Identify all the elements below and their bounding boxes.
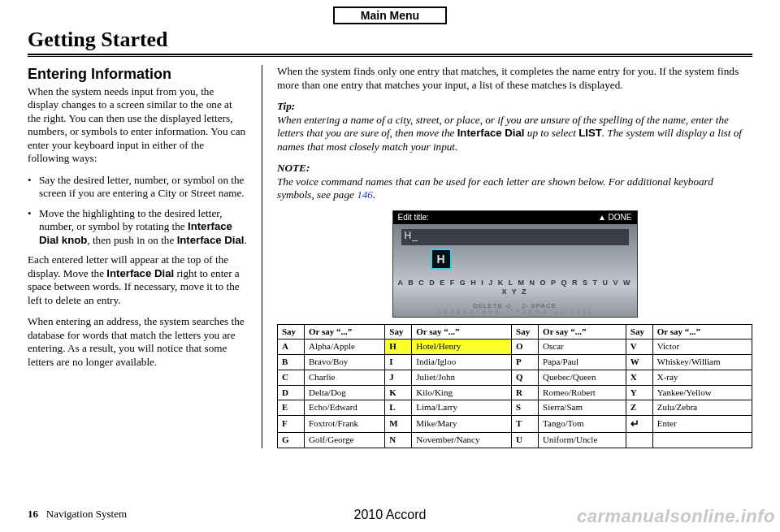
nav-screen-title: Edit title: — [398, 213, 429, 223]
nav-screen-arc: A B C D E F G H I J K L M N O P Q R S T … — [393, 279, 637, 297]
table-row: AAlpha/AppleHHotel/HenryOOscarVVictor — [278, 340, 752, 355]
note-b: . — [373, 188, 375, 201]
cell-letter: S — [512, 400, 539, 416]
th-orsay-4: Or say “...” — [652, 324, 752, 340]
cell-letter: O — [512, 340, 539, 355]
cell-word: Enter — [652, 416, 752, 433]
model-year: 2010 Accord — [354, 508, 427, 522]
bullet-2-text: Move the highlighting to the desired let… — [39, 207, 247, 248]
cell-word: Charlie — [305, 370, 385, 385]
tip-block: Tip: When entering a name of a city, str… — [277, 100, 752, 154]
cell-word: Uniform/Uncle — [539, 433, 626, 448]
bullet-1-text: Say the desired letter, number, or symbo… — [39, 174, 247, 201]
note-block: NOTE: The voice command names that can b… — [277, 162, 752, 202]
cell-letter: W — [626, 355, 652, 370]
nav-screen-numrow: 1 2 3 4 5 6 7 8 9 0 - ' ! ? # $ % & * ( … — [393, 309, 637, 316]
cell-letter: H — [385, 340, 412, 355]
cell-word: Tango/Tom — [539, 416, 626, 433]
cell-word: Sierra/Sam — [539, 400, 626, 416]
cell-word: Mike/Mary — [412, 416, 512, 433]
cell-letter: N — [385, 433, 412, 448]
table-header-row: Say Or say “...” Say Or say “...” Say Or… — [278, 324, 752, 340]
cell-letter: P — [512, 355, 539, 370]
bullet-2: • Move the highlighting to the desired l… — [28, 207, 247, 248]
note-heading: NOTE: — [277, 162, 310, 174]
cell-word: Kilo/King — [412, 385, 512, 400]
title-rule — [28, 54, 752, 57]
cell-letter — [626, 433, 652, 448]
cell-word: X-ray — [652, 370, 752, 385]
cell-letter: M — [385, 416, 412, 433]
cell-letter: E — [278, 400, 305, 416]
cell-letter: G — [278, 433, 305, 448]
cell-word: Quebec/Queen — [539, 370, 626, 385]
phonetic-table: Say Or say “...” Say Or say “...” Say Or… — [277, 324, 752, 449]
cell-word: Whiskey/William — [652, 355, 752, 370]
cell-letter: ↵ — [626, 416, 652, 433]
main-menu-button[interactable]: Main Menu — [333, 6, 447, 24]
cell-letter: U — [512, 433, 539, 448]
th-orsay-3: Or say “...” — [539, 324, 626, 340]
left-para-3: When entering an address, the system sea… — [28, 315, 247, 369]
cell-letter: B — [278, 355, 305, 370]
cell-word: India/Igloo — [412, 355, 512, 370]
cell-letter: F — [278, 416, 305, 433]
subsection-title: Entering Information — [28, 65, 247, 84]
cell-word — [652, 433, 752, 448]
cell-word: Delta/Dog — [305, 385, 385, 400]
cell-word: Lima/Larry — [412, 400, 512, 416]
watermark: carmanualsonline.info — [577, 506, 775, 527]
tip-d: LIST — [578, 127, 602, 139]
b2-d: Interface Dial — [177, 234, 245, 246]
cell-word: Oscar — [539, 340, 626, 355]
cell-letter: K — [385, 385, 412, 400]
cell-letter: T — [512, 416, 539, 433]
right-intro: When the system finds only one entry tha… — [277, 65, 752, 92]
th-say-2: Say — [385, 324, 412, 340]
table-row: FFoxtrot/FrankMMike/MaryTTango/Tom↵Enter — [278, 416, 752, 433]
bullet-dot: • — [28, 174, 39, 201]
th-orsay-1: Or say “...” — [305, 324, 385, 340]
nav-screen-input: H_ — [401, 229, 629, 245]
cell-word: Alpha/Apple — [305, 340, 385, 355]
cell-letter: X — [626, 370, 652, 385]
nav-screen-mock: Edit title: ▲ DONE H_ H A B C D E F G H … — [392, 210, 638, 318]
table-row: BBravo/BoyIIndia/IglooPPapa/PaulWWhiskey… — [278, 355, 752, 370]
section-title: Getting Started — [28, 28, 752, 52]
left-column: Entering Information When the system nee… — [28, 65, 247, 448]
table-row: GGolf/GeorgeNNovember/NancyUUniform/Uncl… — [278, 433, 752, 448]
cell-word: Romeo/Robert — [539, 385, 626, 400]
cell-letter: L — [385, 400, 412, 416]
th-orsay-2: Or say “...” — [412, 324, 512, 340]
tip-heading: Tip: — [277, 100, 295, 112]
cell-letter: Q — [512, 370, 539, 385]
cell-letter: J — [385, 370, 412, 385]
table-row: EEcho/EdwardLLima/LarrySSierra/SamZZulu/… — [278, 400, 752, 416]
cell-word: Golf/George — [305, 433, 385, 448]
right-column: When the system finds only one entry tha… — [262, 65, 752, 448]
cell-letter: R — [512, 385, 539, 400]
cell-word: Echo/Edward — [305, 400, 385, 416]
cell-word: Victor — [652, 340, 752, 355]
cell-word: Foxtrot/Frank — [305, 416, 385, 433]
page-link-146[interactable]: 146 — [357, 188, 373, 201]
cell-letter: A — [278, 340, 305, 355]
cell-word: Yankee/Yellow — [652, 385, 752, 400]
cell-letter: D — [278, 385, 305, 400]
p2-b: Interface Dial — [106, 267, 174, 279]
cell-letter: I — [385, 355, 412, 370]
cell-word: November/Nancy — [412, 433, 512, 448]
note-a: The voice command names that can be used… — [277, 175, 713, 201]
th-say-1: Say — [278, 324, 305, 340]
page-number: 16 — [28, 508, 38, 520]
cell-word: Zulu/Zebra — [652, 400, 752, 416]
th-say-4: Say — [626, 324, 652, 340]
table-row: CCharlieJJuliet/JohnQQuebec/QueenXX-ray — [278, 370, 752, 385]
left-para-2: Each entered letter will appear at the t… — [28, 253, 247, 307]
bullet-dot: • — [28, 207, 39, 248]
cell-letter: Y — [626, 385, 652, 400]
b2-e: . — [244, 234, 246, 246]
left-intro: When the system needs input from you, th… — [28, 85, 247, 166]
cell-word: Hotel/Henry — [412, 340, 512, 355]
bullet-1: • Say the desired letter, number, or sym… — [28, 174, 247, 201]
